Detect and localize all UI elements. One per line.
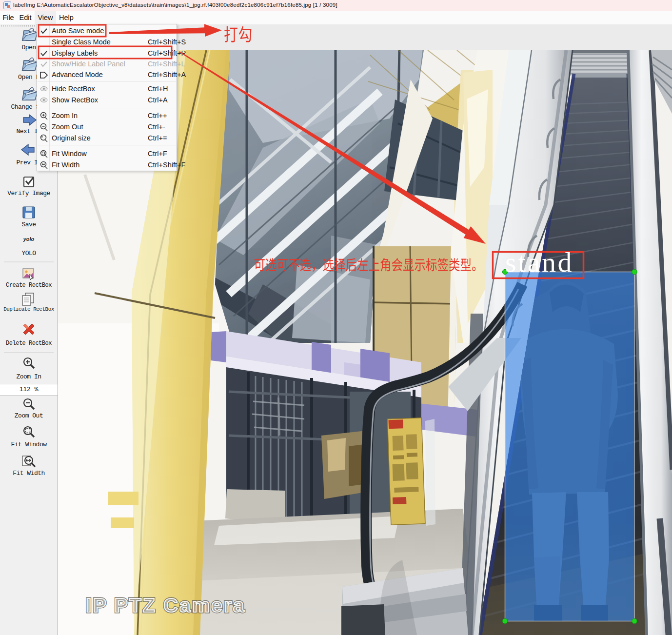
svg-text:IP PTZ Camera: IP PTZ Camera xyxy=(86,594,246,616)
svg-text:yolo: yolo xyxy=(23,236,35,242)
